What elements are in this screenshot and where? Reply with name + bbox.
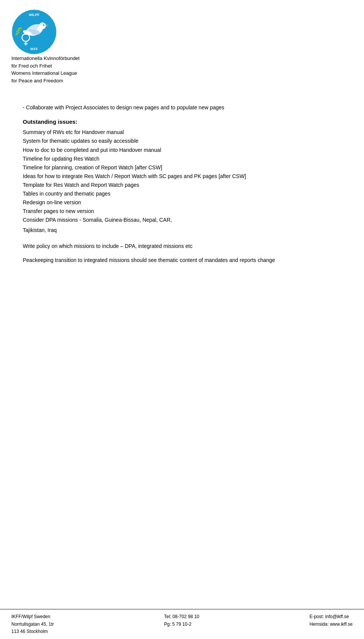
footer-tel: Tel: 08-702 98 10 (164, 613, 199, 620)
footer-email: E-post: info@ikff.se (309, 613, 353, 620)
list-item: Transfer pages to new version (23, 207, 341, 216)
svg-point-4 (43, 24, 44, 26)
footer-address-line2: 113 46 Stockholm (11, 628, 54, 635)
list-item: Timeline for planning, creation of Repor… (23, 163, 341, 172)
list-item: System for thematic updates so easily ac… (23, 137, 341, 145)
peacekeeping-line: Peackeeping transition to integrated mis… (23, 256, 341, 265)
org-line2: för Fred och Frihet (11, 62, 80, 70)
list-item: Ideas for how to integrate Res Watch / R… (23, 172, 341, 181)
footer-col-left: IKFF/Wilpf Sweden Norrtullsgatan 45, 1tr… (11, 613, 54, 635)
list-item: Summary of RWs etc for Handover manual (23, 128, 341, 137)
intro-text: - Collaborate with Project Associates to… (23, 103, 341, 112)
logo-area: WILPF IKFF Internationella Kvinnoförbund… (11, 9, 80, 84)
footer-col-center: Tel: 08-702 98 10 Pg: 5 79 10-2 (164, 613, 199, 628)
footer-org-name: IKFF/Wilpf Sweden (11, 613, 54, 620)
policy-line: Write policy on which missions to includ… (23, 242, 341, 251)
missions-line1: Consider DPA missions - Somalia, Guinea-… (23, 216, 341, 224)
main-content: - Collaborate with Project Associates to… (0, 92, 364, 639)
footer: IKFF/Wilpf Sweden Norrtullsgatan 45, 1tr… (0, 609, 364, 639)
org-line4: for Peace and Freedom (11, 77, 80, 85)
header-section: WILPF IKFF Internationella Kvinnoförbund… (0, 0, 364, 92)
org-name: Internationella Kvinnoförbundet för Fred… (11, 55, 80, 84)
footer-pg: Pg: 5 79 10-2 (164, 621, 199, 628)
page-container: WILPF IKFF Internationella Kvinnoförbund… (0, 0, 364, 639)
svg-point-2 (39, 22, 46, 29)
footer-address-line1: Norrtullsgatan 45, 1tr (11, 621, 54, 628)
list-item: Timeline for updating Res Watch (23, 155, 341, 163)
footer-website: Hemsida: www.ikff.se (309, 621, 353, 628)
svg-text:WILPF: WILPF (29, 13, 39, 17)
org-line3: Womens International League (11, 69, 80, 77)
outstanding-issues-list: Summary of RWs etc for Handover manual S… (23, 128, 341, 235)
wilpf-logo: WILPF IKFF (11, 9, 57, 55)
missions-line2: Tajikistan, Iraq (23, 226, 341, 235)
list-item: Redesign on-line version (23, 198, 341, 207)
section-title: Outstanding issues: (23, 118, 341, 125)
org-line1: Internationella Kvinnoförbundet (11, 55, 80, 62)
list-item: Tables in country and thematic pages (23, 189, 341, 198)
list-item: Template for Res Watch and Report Watch … (23, 181, 341, 189)
list-item: How to doc to be completed and put into … (23, 146, 341, 155)
footer-col-right: E-post: info@ikff.se Hemsida: www.ikff.s… (309, 613, 353, 628)
svg-text:IKFF: IKFF (30, 47, 38, 51)
